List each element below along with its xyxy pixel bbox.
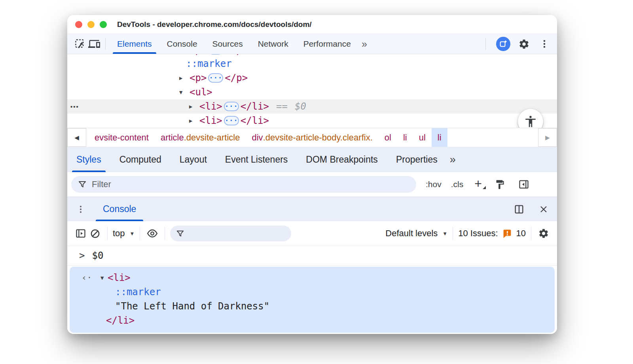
console-settings-button[interactable] (536, 226, 551, 241)
panel-tabs: Elements Console Sources Network Perform… (110, 34, 370, 54)
console-result-highlighted[interactable]: ‹· ▼ <li> ::marker "The Left Hand of Dar… (70, 267, 555, 333)
inspect-cursor-icon (74, 38, 86, 50)
breadcrumb-item-ol[interactable]: ol (379, 128, 397, 147)
toolbar-divider (453, 227, 453, 240)
open-tag: <li> (199, 115, 222, 126)
rendering-emulations-button[interactable] (493, 177, 507, 191)
device-toolbar-button[interactable] (87, 37, 101, 51)
disclosure-arrow-icon[interactable]: ▶ (189, 103, 199, 110)
more-sidebar-tabs-button[interactable]: » (447, 147, 459, 172)
breadcrumb-scroll-left-button[interactable]: ◀ (67, 128, 86, 147)
result-line-open: ‹· ▼ <li> (70, 271, 555, 285)
split-panel-button[interactable] (512, 202, 526, 216)
styles-filter-input[interactable] (92, 179, 410, 190)
devtools-window: DevTools - developer.chrome.com/docs/dev… (67, 15, 557, 334)
traffic-lights (75, 21, 107, 28)
tree-row-li[interactable]: ▶ <li> ··· </li> (67, 114, 557, 128)
toggle-element-state-button[interactable]: :hov (426, 180, 442, 189)
ai-assistant-button[interactable] (496, 37, 510, 51)
tree-row-li-selected[interactable]: ••• ▶ <li> ··· </li> == $0 (67, 99, 557, 114)
tab-elements[interactable]: Elements (110, 34, 159, 54)
issues-count: 10 (516, 228, 526, 239)
inspect-element-button[interactable] (73, 37, 87, 51)
tab-properties[interactable]: Properties (387, 147, 447, 172)
close-drawer-button[interactable] (536, 202, 551, 216)
tab-console[interactable]: Console (159, 34, 205, 54)
settings-button[interactable] (517, 37, 531, 51)
collapsed-content-pill[interactable]: ··· (224, 116, 239, 125)
dollar-zero-label: $0 (295, 101, 306, 112)
toolbar-divider (105, 38, 106, 50)
minimize-window-button[interactable] (87, 21, 95, 28)
close-window-button[interactable] (75, 21, 82, 28)
open-tag: <li> (199, 101, 222, 112)
crumb-tag: article (161, 133, 184, 143)
tree-row-marker-pseudo[interactable]: ::marker (67, 57, 557, 71)
row-more-actions[interactable]: ••• (70, 103, 79, 110)
chevron-down-icon: ▼ (130, 231, 135, 237)
disclosure-arrow-icon[interactable]: ▼ (179, 89, 190, 95)
collapsed-content-pill[interactable]: ··· (208, 73, 223, 83)
toolbar-divider (107, 227, 108, 240)
show-console-sidebar-button[interactable] (74, 226, 88, 241)
disclosure-arrow-icon[interactable]: ▼ (100, 271, 108, 285)
more-panels-button[interactable]: » (358, 34, 370, 54)
breadcrumb-item-li-selected[interactable]: li (432, 128, 447, 147)
breadcrumb-item-div[interactable]: div.devsite-article-body.clearfix. (246, 128, 379, 147)
tab-computed[interactable]: Computed (110, 147, 171, 172)
toolbar-divider (165, 227, 165, 240)
crumb-tag: li (438, 133, 442, 143)
toolbar-divider (140, 227, 140, 240)
collapsed-content-pill[interactable]: ··· (208, 54, 223, 55)
toolbar-right-tools (481, 37, 552, 51)
breadcrumb-item-ul[interactable]: ul (413, 128, 432, 147)
element-classes-button[interactable]: .cls (451, 180, 464, 189)
drawer-tab-console[interactable]: Console (93, 197, 146, 221)
crumb-class: .devsite-article (184, 133, 240, 143)
issues-counter-button[interactable]: 10 Issues: 10 (458, 228, 526, 239)
drawer-more-tools-button[interactable] (74, 202, 88, 216)
disclosure-arrow-icon[interactable]: ▶ (179, 75, 190, 81)
breadcrumb-item-devsite-content[interactable]: evsite-content (89, 128, 155, 147)
disclosure-arrow-icon[interactable]: ▶ (189, 118, 199, 124)
tree-row-p[interactable]: ▶ <p> ··· </p> (67, 71, 557, 85)
kebab-menu-icon (76, 205, 85, 214)
console-toolbar-right: Default levels ▼ 10 Issues: 10 (385, 226, 551, 241)
pseudo-element-label: ::marker (186, 58, 232, 69)
styles-filter-field[interactable] (71, 176, 416, 193)
tab-dom-breakpoints[interactable]: DOM Breakpoints (297, 147, 387, 172)
accessibility-person-icon (524, 115, 537, 128)
equals-sign: == (276, 101, 288, 112)
text-node-value: "The Left Hand of Darkness" (115, 299, 269, 313)
close-tag: </li> (106, 313, 135, 328)
new-style-rule-button[interactable]: + (473, 180, 483, 189)
log-levels-dropdown[interactable]: Default levels ▼ (385, 228, 447, 239)
create-live-expression-button[interactable] (145, 226, 159, 241)
tab-sources[interactable]: Sources (205, 34, 250, 54)
clear-console-button[interactable] (88, 226, 102, 241)
tree-row-ul[interactable]: ▼ <ul> (67, 85, 557, 99)
tab-styles[interactable]: Styles (67, 147, 110, 172)
console-messages: > $0 ‹· ▼ <li> ::marker "The Left Hand o… (67, 246, 557, 334)
device-toolbar-icon (88, 38, 100, 50)
breadcrumb-item-li[interactable]: li (397, 128, 413, 147)
toggle-computed-sidebar-button[interactable] (517, 177, 531, 191)
breadcrumb-scroll-right-button[interactable]: ▶ (538, 128, 557, 147)
tab-network[interactable]: Network (250, 34, 296, 54)
zoom-window-button[interactable] (100, 21, 107, 28)
styles-filter-row: :hov .cls + (67, 172, 557, 197)
console-command-row: > $0 (67, 246, 557, 265)
tab-layout[interactable]: Layout (171, 147, 216, 172)
tab-performance[interactable]: Performance (296, 34, 358, 54)
tab-event-listeners[interactable]: Event Listeners (216, 147, 297, 172)
panel-collapse-icon (518, 179, 529, 190)
collapsed-content-pill[interactable]: ··· (224, 102, 239, 111)
devtools-toolbar: Elements Console Sources Network Perform… (67, 34, 557, 54)
close-tag: </p> (225, 72, 248, 83)
console-filter-field[interactable] (170, 226, 291, 241)
javascript-context-dropdown[interactable]: top ▼ (113, 228, 135, 239)
console-filter-input[interactable] (185, 229, 292, 238)
open-tag: <ul> (190, 87, 212, 98)
breadcrumb-item-article[interactable]: article.devsite-article (155, 128, 246, 147)
more-options-button[interactable] (537, 37, 552, 51)
